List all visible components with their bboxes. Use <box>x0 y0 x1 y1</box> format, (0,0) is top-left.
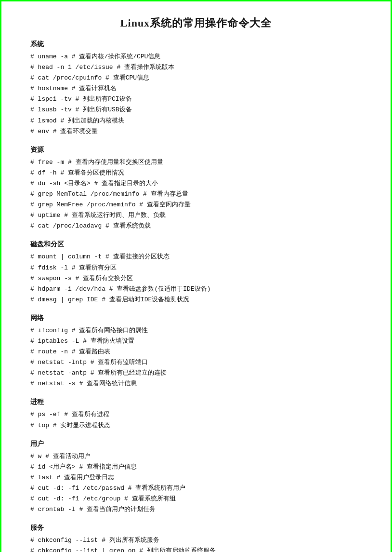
code-line: # ps -ef # 查看所有进程 <box>30 409 362 420</box>
section-title-services: 服务 <box>30 524 362 532</box>
section-title-system: 系统 <box>30 40 362 49</box>
section-content-network: # ifconfig # 查看所有网络接口的属性# iptables -L # … <box>30 325 362 390</box>
code-line: # du -sh <目录名> # 查看指定目录的大小 <box>30 178 362 189</box>
code-line: # df -h # 查看各分区使用情况 <box>30 168 362 178</box>
code-line: # chkconfig --list | grep on # 列出所有启动的系统… <box>30 546 362 552</box>
code-line: # cat /proc/cpuinfo # 查看CPU信息 <box>30 73 362 83</box>
section-network: 网络# ifconfig # 查看所有网络接口的属性# iptables -L … <box>30 314 362 390</box>
page-container: Linux系统的常用操作命令大全 系统# uname -a # 查看内核/操作系… <box>1 1 391 552</box>
code-line: # hostname # 查看计算机名 <box>30 83 362 94</box>
section-disk: 磁盘和分区# mount | column -t # 查看挂接的分区状态# fd… <box>30 240 362 305</box>
code-line: # env # 查看环境变量 <box>30 126 362 137</box>
code-line: # crontab -l # 查看当前用户的计划任务 <box>30 504 362 515</box>
code-line: # cat /proc/loadavg # 查看系统负载 <box>30 221 362 231</box>
code-line: # chkconfig --list # 列出所有系统服务 <box>30 535 362 546</box>
section-content-disk: # mount | column -t # 查看挂接的分区状态# fdisk -… <box>30 252 362 305</box>
code-line: # mount | column -t # 查看挂接的分区状态 <box>30 252 362 262</box>
code-line: # hdparm -i /dev/hda # 查看磁盘参数(仅适用于IDE设备) <box>30 284 362 295</box>
section-title-disk: 磁盘和分区 <box>30 240 362 249</box>
section-content-system: # uname -a # 查看内核/操作系统/CPU信息# head -n 1 … <box>30 52 362 137</box>
section-services: 服务# chkconfig --list # 列出所有系统服务# chkconf… <box>30 524 362 552</box>
code-line: # head -n 1 /etc/issue # 查看操作系统版本 <box>30 62 362 73</box>
code-line: # ifconfig # 查看所有网络接口的属性 <box>30 325 362 336</box>
page-title: Linux系统的常用操作命令大全 <box>30 16 362 30</box>
code-line: # iptables -L # 查看防火墙设置 <box>30 336 362 347</box>
code-line: # uname -a # 查看内核/操作系统/CPU信息 <box>30 52 362 62</box>
code-line: # netstat -antp # 查看所有已经建立的连接 <box>30 368 362 378</box>
section-title-resources: 资源 <box>30 146 362 154</box>
code-line: # lsmod # 列出加载的内核模块 <box>30 116 362 126</box>
code-line: # netstat -s # 查看网络统计信息 <box>30 378 362 389</box>
section-content-resources: # free -m # 查看内存使用量和交换区使用量# df -h # 查看各分… <box>30 157 362 232</box>
code-line: # cut -d: -f1 /etc/passwd # 查看系统所有用户 <box>30 483 362 494</box>
code-line: # swapon -s # 查看所有交换分区 <box>30 273 362 284</box>
code-line: # top # 实时显示进程状态 <box>30 420 362 431</box>
section-users: 用户# w # 查看活动用户# id <用户名> # 查看指定用户信息# las… <box>30 440 362 515</box>
section-system: 系统# uname -a # 查看内核/操作系统/CPU信息# head -n … <box>30 40 362 137</box>
section-title-network: 网络 <box>30 314 362 323</box>
section-content-services: # chkconfig --list # 列出所有系统服务# chkconfig… <box>30 535 362 552</box>
code-line: # route -n # 查看路由表 <box>30 347 362 357</box>
sections-container: 系统# uname -a # 查看内核/操作系统/CPU信息# head -n … <box>30 40 362 552</box>
section-content-users: # w # 查看活动用户# id <用户名> # 查看指定用户信息# last … <box>30 451 362 515</box>
section-title-process: 进程 <box>30 398 362 406</box>
code-line: # grep MemTotal /proc/meminfo # 查看内存总量 <box>30 189 362 200</box>
code-line: # lspci -tv # 列出所有PCI设备 <box>30 94 362 105</box>
code-line: # lsusb -tv # 列出所有USB设备 <box>30 105 362 115</box>
code-line: # grep MemFree /proc/meminfo # 查看空闲内存量 <box>30 200 362 210</box>
code-line: # free -m # 查看内存使用量和交换区使用量 <box>30 157 362 168</box>
section-process: 进程# ps -ef # 查看所有进程# top # 实时显示进程状态 <box>30 398 362 431</box>
code-line: # id <用户名> # 查看指定用户信息 <box>30 462 362 472</box>
section-content-process: # ps -ef # 查看所有进程# top # 实时显示进程状态 <box>30 409 362 431</box>
section-title-users: 用户 <box>30 440 362 448</box>
code-line: # last # 查看用户登录日志 <box>30 472 362 483</box>
code-line: # netstat -lntp # 查看所有监听端口 <box>30 357 362 368</box>
code-line: # w # 查看活动用户 <box>30 451 362 462</box>
code-line: # fdisk -l # 查看所有分区 <box>30 263 362 273</box>
code-line: # dmesg | grep IDE # 查看启动时IDE设备检测状况 <box>30 295 362 305</box>
code-line: # uptime # 查看系统运行时间、用户数、负载 <box>30 210 362 221</box>
section-resources: 资源# free -m # 查看内存使用量和交换区使用量# df -h # 查看… <box>30 146 362 232</box>
code-line: # cut -d: -f1 /etc/group # 查看系统所有组 <box>30 494 362 504</box>
